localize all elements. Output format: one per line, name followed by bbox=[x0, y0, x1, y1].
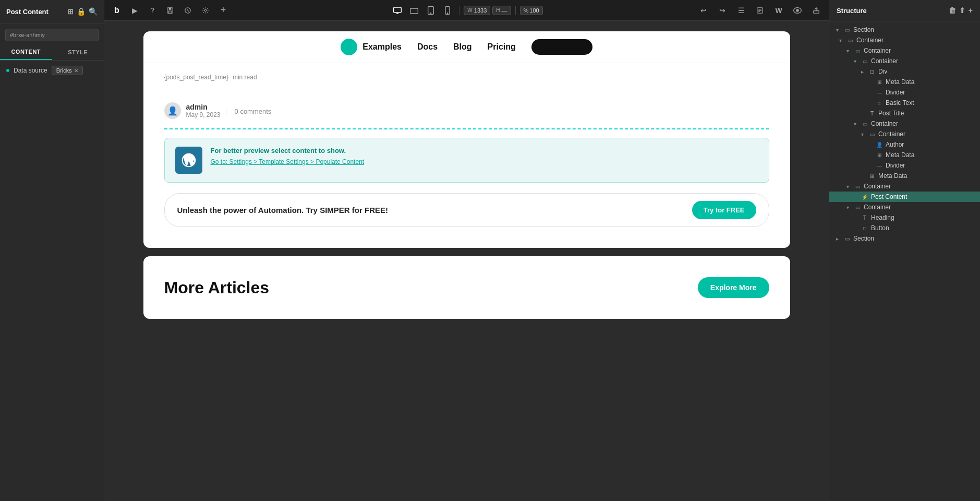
layout-icon[interactable]: ⊞ bbox=[67, 7, 74, 16]
settings-icon[interactable] bbox=[198, 3, 213, 18]
eye-icon[interactable] bbox=[790, 3, 805, 18]
nav-blog[interactable]: Blog bbox=[453, 42, 472, 52]
save-icon[interactable] bbox=[163, 3, 177, 18]
undo-icon[interactable]: ↩ bbox=[696, 3, 711, 18]
tree-div-1[interactable]: ⊡ Div bbox=[829, 66, 980, 77]
read-time-meta: {pods_post_read_time} bbox=[164, 74, 228, 81]
svg-rect-19 bbox=[814, 10, 819, 13]
tree-button-1[interactable]: □ Button bbox=[829, 223, 980, 233]
tree-heading-1[interactable]: T Heading bbox=[829, 212, 980, 223]
wordpress-icon[interactable]: W bbox=[771, 3, 786, 18]
trash-icon[interactable]: 🗑 bbox=[949, 6, 956, 15]
svg-point-18 bbox=[796, 9, 798, 11]
tree-meta-data-2[interactable]: ⊞ Meta Data bbox=[829, 150, 980, 160]
tab-content[interactable]: CONTENT bbox=[0, 44, 52, 60]
container-icon-1: ▭ bbox=[846, 37, 854, 44]
wp-icon bbox=[175, 147, 202, 174]
toolbar-center: W 1333 H — % 100 bbox=[390, 3, 542, 18]
tree-container-3[interactable]: ▭ Container bbox=[829, 56, 980, 66]
container-icon-6: ▭ bbox=[853, 183, 862, 190]
container-icon-3: ▭ bbox=[861, 57, 869, 65]
container-icon-4: ▭ bbox=[861, 120, 869, 127]
pages-icon[interactable] bbox=[753, 3, 767, 18]
zoom-field[interactable]: % 100 bbox=[520, 6, 543, 15]
import-icon[interactable]: + bbox=[969, 6, 973, 15]
heading-label: Heading bbox=[871, 214, 894, 221]
lock-icon[interactable]: 🔒 bbox=[77, 7, 86, 16]
tree-basic-text-1[interactable]: ≡ Basic Text bbox=[829, 98, 980, 108]
structure-title: Structure bbox=[837, 7, 867, 15]
history-icon[interactable] bbox=[180, 3, 195, 18]
height-field[interactable]: H — bbox=[492, 6, 511, 15]
canvas-area[interactable]: Examples Docs Blog Pricing Newsletter {p… bbox=[104, 21, 829, 501]
publish-icon[interactable] bbox=[809, 3, 824, 18]
mobile-icon[interactable] bbox=[440, 3, 455, 18]
divider-1-label: Divider bbox=[886, 89, 905, 96]
divider-icon-2: — bbox=[875, 162, 884, 169]
redo-icon[interactable]: ↪ bbox=[715, 3, 730, 18]
tree-container-4[interactable]: ▭ Container bbox=[829, 118, 980, 129]
meta-icon-2: ⊞ bbox=[875, 151, 884, 159]
tablet-icon[interactable] bbox=[424, 3, 438, 18]
tree-post-content-1[interactable]: ⚡ Post Content bbox=[829, 192, 980, 202]
data-source-badge[interactable]: Bricks ✕ bbox=[52, 66, 83, 75]
more-articles-title: More Articles bbox=[164, 278, 270, 297]
comments-count: 0 comments bbox=[226, 108, 272, 115]
export-icon[interactable]: ⬆ bbox=[959, 6, 965, 15]
tree-post-title-1[interactable]: T Post Title bbox=[829, 108, 980, 118]
heading-icon: T bbox=[861, 214, 869, 221]
svg-point-12 bbox=[447, 13, 448, 13]
chevron-container-1 bbox=[837, 38, 844, 43]
svg-point-4 bbox=[204, 9, 207, 11]
tab-style[interactable]: STYLE bbox=[52, 44, 104, 60]
tablet-landscape-icon[interactable] bbox=[407, 3, 421, 18]
width-field[interactable]: W 1333 bbox=[464, 6, 490, 15]
chevron-container-4 bbox=[851, 121, 858, 127]
chevron-container-3 bbox=[851, 58, 858, 64]
section-icon-2: ▭ bbox=[843, 235, 851, 242]
basic-text-label: Basic Text bbox=[886, 99, 914, 106]
tree-container-1[interactable]: ▭ Container bbox=[829, 35, 980, 45]
nav-examples[interactable]: Examples bbox=[362, 42, 402, 52]
tree-container-6[interactable]: ▭ Container bbox=[829, 181, 980, 192]
h-label: H bbox=[496, 7, 500, 13]
w-label: W bbox=[467, 7, 472, 13]
explore-more-button[interactable]: Explore More bbox=[698, 277, 769, 298]
div-icon-1: ⊡ bbox=[868, 68, 876, 75]
nav-pricing[interactable]: Pricing bbox=[488, 42, 516, 52]
data-source-dot bbox=[6, 69, 9, 72]
add-icon[interactable]: + bbox=[216, 3, 231, 18]
container-3-label: Container bbox=[871, 57, 898, 65]
tree-section-1[interactable]: ▭ Section bbox=[829, 25, 980, 35]
nav-logo bbox=[341, 39, 357, 55]
zoom-value: 100 bbox=[529, 7, 539, 14]
play-button[interactable]: ▶ bbox=[127, 3, 142, 18]
tree-section-2[interactable]: ▭ Section bbox=[829, 233, 980, 244]
svg-rect-2 bbox=[168, 11, 172, 13]
svg-rect-1 bbox=[169, 7, 172, 9]
tree-author-1[interactable]: 👤 Author bbox=[829, 139, 980, 150]
bricks-logo[interactable]: b bbox=[110, 3, 124, 18]
nav-docs[interactable]: Docs bbox=[417, 42, 438, 52]
preview-link[interactable]: Go to: Settings > Template Settings > Po… bbox=[211, 158, 365, 165]
author-info: 👤 admin May 9, 2023 bbox=[164, 102, 221, 119]
automation-banner: Unleash the power of Automation. Try SIM… bbox=[164, 193, 769, 227]
tree-divider-2[interactable]: — Divider bbox=[829, 160, 980, 171]
post-content-label: Post Content bbox=[871, 193, 907, 200]
desktop-view-icon[interactable] bbox=[390, 3, 405, 18]
tree-meta-data-1[interactable]: ⊞ Meta Data bbox=[829, 77, 980, 87]
structure-panel-header: Structure 🗑 ⬆ + bbox=[829, 0, 980, 21]
search-icon[interactable]: 🔍 bbox=[89, 7, 98, 16]
tree-container-7[interactable]: ▭ Container bbox=[829, 202, 980, 212]
help-icon[interactable]: ? bbox=[145, 3, 160, 18]
menu-icon[interactable]: ☰ bbox=[734, 3, 748, 18]
try-free-button[interactable]: Try for FREE bbox=[692, 201, 756, 219]
tree-container-2[interactable]: ▭ Container bbox=[829, 45, 980, 56]
nav-newsletter-btn[interactable]: Newsletter bbox=[531, 39, 592, 55]
data-source-remove-icon[interactable]: ✕ bbox=[74, 68, 78, 74]
tree-divider-1[interactable]: — Divider bbox=[829, 87, 980, 98]
tree-meta-data-3[interactable]: ⊞ Meta Data bbox=[829, 171, 980, 181]
tree-container-5[interactable]: ▭ Container bbox=[829, 129, 980, 139]
right-panel: Structure 🗑 ⬆ + ▭ Section ▭ Container ▭ … bbox=[829, 0, 980, 501]
w-value: 1333 bbox=[474, 7, 487, 14]
